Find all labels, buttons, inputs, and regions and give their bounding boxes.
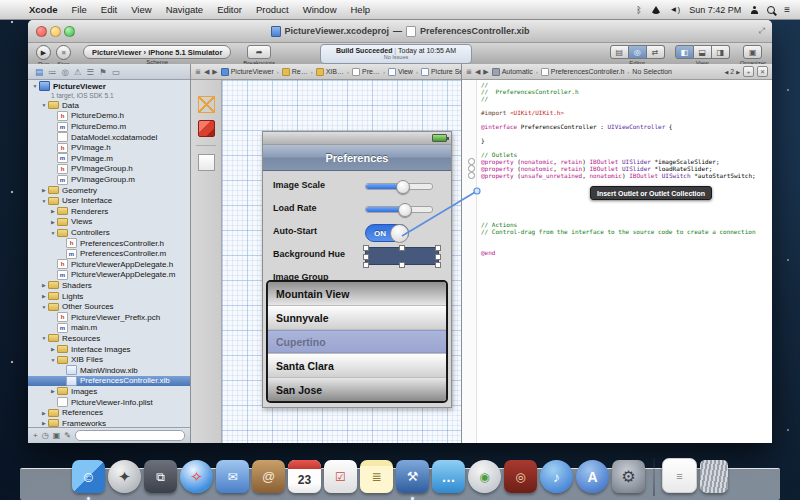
messages-dock-icon[interactable]: …: [432, 460, 465, 493]
trash-dock-icon[interactable]: [700, 460, 728, 493]
menu-item-editor[interactable]: Editor: [210, 4, 249, 15]
code-line[interactable]: @property (nonatomic, retain) IBOutlet U…: [481, 165, 772, 172]
navigator-toggle-button[interactable]: ◧: [675, 45, 694, 59]
code-line[interactable]: [481, 116, 772, 123]
disclosure-closed-icon[interactable]: ▶: [40, 410, 48, 416]
code-line[interactable]: //: [481, 81, 772, 88]
selection-handle[interactable]: [435, 245, 441, 251]
selection-handle[interactable]: [399, 245, 405, 251]
code-line[interactable]: #import <UIKit/UIKit.h>: [481, 109, 772, 116]
background-hue-view[interactable]: [365, 247, 439, 265]
menu-item-help[interactable]: Help: [344, 4, 378, 15]
outlet-connection-well[interactable]: [468, 165, 475, 172]
tree-row[interactable]: ▶Frameworks: [28, 418, 190, 427]
breakpoint-navigator-icon[interactable]: ⚑: [99, 67, 107, 77]
picker-row[interactable]: Sunnyvale: [268, 306, 446, 330]
picker-row[interactable]: Cupertino: [268, 330, 446, 354]
code-line[interactable]: // Outlets: [481, 151, 772, 158]
forward-icon[interactable]: ▶: [212, 68, 217, 76]
disclosure-open-icon[interactable]: ▼: [40, 304, 48, 310]
tree-row[interactable]: PictureViewer-Info.plist: [28, 397, 190, 408]
ib-canvas[interactable]: Preferences Image ScaleLoad RateAuto-Sta…: [222, 80, 461, 443]
organizer-button[interactable]: ▣: [743, 45, 762, 59]
jump-bar-crumb[interactable]: No Selection: [632, 68, 672, 75]
jump-bar-crumb[interactable]: Pre…: [352, 68, 380, 76]
tree-row[interactable]: ▼Other Sources: [28, 301, 190, 312]
activity-viewer[interactable]: Build Succeeded | Today at 10:55 AM No I…: [320, 44, 472, 64]
code-line[interactable]: [481, 235, 772, 242]
first-responder-icon[interactable]: [198, 120, 215, 137]
outlet-connection-well[interactable]: [468, 158, 475, 165]
tree-row[interactable]: ▶Images: [28, 386, 190, 397]
code-line[interactable]: @property (unsafe_unretained, nonatomic)…: [481, 172, 772, 179]
counterpart-back-icon[interactable]: ◀: [724, 69, 728, 75]
tree-row[interactable]: hPictureViewer_Prefix.pch: [28, 312, 190, 323]
slider-thumb[interactable]: [398, 203, 412, 217]
slider-thumb[interactable]: [396, 180, 410, 194]
fullscreen-icon[interactable]: ⤢: [759, 26, 765, 36]
tree-row[interactable]: MainWindow.xib: [28, 365, 190, 376]
tree-row[interactable]: hPreferencesController.h: [28, 238, 190, 249]
tree-row[interactable]: ▼Data: [28, 100, 190, 111]
calendar-dock-icon[interactable]: 23: [288, 460, 321, 493]
jump-bar-crumb[interactable]: Re…: [282, 68, 308, 76]
tree-row[interactable]: mmain.m: [28, 323, 190, 334]
pref-row-label[interactable]: Load Rate: [273, 203, 317, 213]
selection-handle[interactable]: [363, 254, 369, 260]
tree-row[interactable]: hPVImage.h: [28, 142, 190, 153]
code-line[interactable]: //: [481, 95, 772, 102]
recent-filter-icon[interactable]: ◷: [42, 431, 49, 440]
facetime-dock-icon[interactable]: ◉: [468, 460, 501, 493]
assistant-editor-button[interactable]: ◎: [629, 45, 647, 59]
pref-row-label[interactable]: Background Hue: [273, 249, 345, 259]
volume-icon[interactable]: ◄): [670, 5, 681, 14]
tree-row[interactable]: ▼PictureViewer: [28, 81, 190, 92]
system-preferences-dock-icon[interactable]: ⚙: [612, 460, 645, 493]
mail-dock-icon[interactable]: ✉: [216, 460, 249, 493]
outlet-connection-well[interactable]: [468, 172, 475, 179]
menu-item-product[interactable]: Product: [249, 4, 296, 15]
source-editor[interactable]: //// PreferencesController.h// #import <…: [462, 80, 772, 443]
breakpoints-button[interactable]: ➦ Breakpoints: [243, 45, 275, 66]
menu-item-xcode[interactable]: Xcode: [22, 4, 65, 15]
tree-row[interactable]: mPVImage.m: [28, 153, 190, 164]
tree-row[interactable]: mPictureDemo.m: [28, 121, 190, 132]
disclosure-open-icon[interactable]: ▼: [49, 357, 57, 363]
preferences-view[interactable]: Preferences Image ScaleLoad RateAuto-Sta…: [262, 131, 452, 408]
disclosure-open-icon[interactable]: ▼: [31, 83, 39, 89]
tree-row[interactable]: ▶Renderers: [28, 206, 190, 217]
version-editor-button[interactable]: ⇄: [647, 45, 665, 59]
user-account-icon[interactable]: [750, 6, 758, 14]
tree-row[interactable]: ▼XIB Files: [28, 354, 190, 365]
slider-control[interactable]: [365, 183, 433, 190]
tree-row[interactable]: ▶Geometry: [28, 185, 190, 196]
tree-row[interactable]: ▶Views: [28, 217, 190, 228]
tree-row[interactable]: DataModel.xcdatamodel: [28, 132, 190, 143]
close-assistant-editor-button[interactable]: ✕: [757, 66, 768, 77]
tree-row[interactable]: hPictureDemo.h: [28, 111, 190, 122]
mission-control-dock-icon[interactable]: ⧉: [144, 460, 177, 493]
tree-row[interactable]: hPictureViewerAppDelegate.h: [28, 259, 190, 270]
tree-row[interactable]: PreferencesController.xib: [28, 376, 190, 387]
code-line[interactable]: [481, 102, 772, 109]
disclosure-open-icon[interactable]: ▼: [49, 230, 57, 236]
files-owner-icon[interactable]: [198, 96, 215, 113]
menu-item-edit[interactable]: Edit: [94, 4, 124, 15]
tree-row[interactable]: ▼User Interface: [28, 195, 190, 206]
spotlight-icon[interactable]: [767, 6, 775, 14]
xcode-dock-icon[interactable]: ⚒: [396, 460, 429, 493]
window-titlebar[interactable]: PictureViewer.xcodeproj — PreferencesCon…: [28, 20, 772, 43]
jump-bar-crumb[interactable]: PreferencesController.h: [541, 68, 625, 76]
tree-row[interactable]: ▶Interface Images: [28, 344, 190, 355]
code-line[interactable]: [481, 214, 772, 221]
project-navigator-icon[interactable]: ▤: [35, 67, 43, 77]
disclosure-closed-icon[interactable]: ▶: [49, 388, 57, 394]
log-navigator-icon[interactable]: ▭: [112, 67, 120, 77]
disclosure-closed-icon[interactable]: ▶: [40, 293, 48, 299]
launchpad-dock-icon[interactable]: ✦: [108, 460, 141, 493]
debug-area-toggle-button[interactable]: ⬓: [694, 45, 712, 59]
jump-bar-crumb[interactable]: XIB…: [316, 68, 344, 76]
selection-handle[interactable]: [435, 262, 441, 268]
zoom-window-button[interactable]: [64, 26, 75, 37]
notes-dock-icon[interactable]: ≣: [360, 460, 393, 493]
